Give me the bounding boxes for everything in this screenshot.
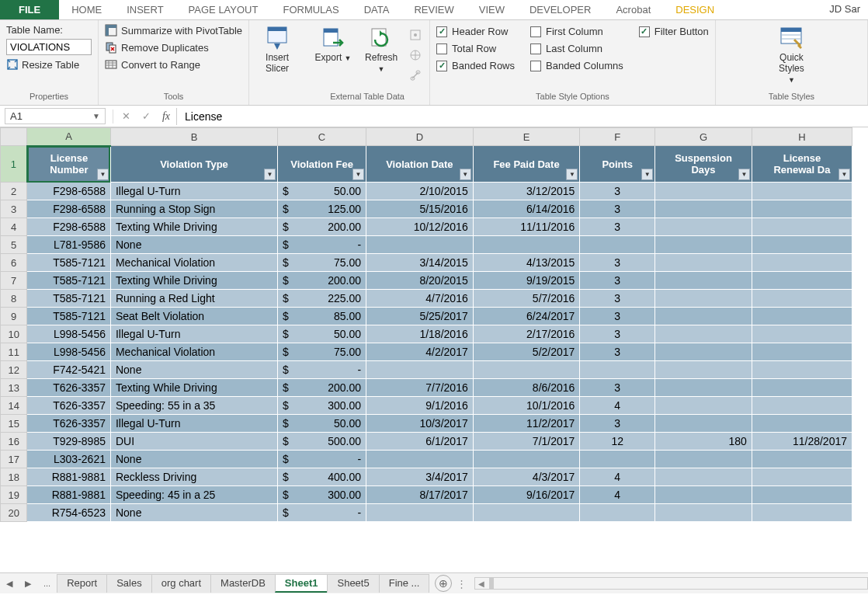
cell[interactable] bbox=[655, 343, 752, 361]
filter-button[interactable]: ▼ bbox=[460, 169, 471, 180]
cell[interactable]: 3 bbox=[580, 343, 655, 361]
cell[interactable] bbox=[580, 451, 655, 468]
open-browser-button[interactable] bbox=[408, 47, 423, 63]
cell[interactable]: Reckless Driving bbox=[110, 468, 277, 486]
cell[interactable]: 3 bbox=[580, 254, 655, 272]
row-header[interactable]: 16 bbox=[1, 433, 27, 451]
row-header[interactable]: 7 bbox=[1, 272, 27, 290]
cell[interactable]: Texting While Driving bbox=[110, 218, 277, 236]
cell[interactable]: 2/17/2016 bbox=[473, 325, 580, 343]
cell[interactable]: 4/13/2015 bbox=[473, 254, 580, 272]
row-header[interactable]: 14 bbox=[1, 397, 27, 415]
cell[interactable]: DUI bbox=[110, 433, 277, 451]
cell[interactable] bbox=[655, 218, 752, 236]
table-header-cell[interactable]: Violation Date▼ bbox=[366, 146, 474, 183]
cell[interactable]: $85.00 bbox=[278, 308, 366, 325]
table-header-cell[interactable]: SuspensionDays▼ bbox=[655, 146, 752, 183]
row-header[interactable]: 10 bbox=[1, 325, 27, 343]
table-header-cell[interactable]: Violation Fee▼ bbox=[278, 146, 366, 183]
cell[interactable] bbox=[473, 504, 580, 522]
cell[interactable]: Texting While Driving bbox=[110, 379, 277, 397]
cell[interactable]: 8/17/2017 bbox=[366, 486, 474, 504]
cell[interactable] bbox=[752, 343, 852, 361]
cell[interactable] bbox=[366, 236, 474, 254]
cell[interactable]: Speeding: 55 in a 35 bbox=[110, 397, 277, 415]
cell[interactable]: Illegal U-Turn bbox=[110, 183, 277, 200]
cell[interactable]: T585-7121 bbox=[27, 254, 111, 272]
cell[interactable]: Seat Belt Violation bbox=[110, 308, 277, 325]
table-header-cell[interactable]: Violation Type▼ bbox=[110, 146, 277, 183]
cell[interactable]: None bbox=[110, 361, 277, 379]
row-header[interactable]: 6 bbox=[1, 254, 27, 272]
cell[interactable] bbox=[655, 379, 752, 397]
cell[interactable]: $225.00 bbox=[278, 290, 366, 308]
sheet-tab[interactable]: Fine ... bbox=[379, 574, 430, 593]
cell[interactable]: Mechanical Violation bbox=[110, 254, 277, 272]
cell[interactable]: L998-5456 bbox=[27, 343, 111, 361]
cell[interactable] bbox=[752, 236, 852, 254]
row-header[interactable]: 17 bbox=[1, 451, 27, 468]
column-header[interactable]: B bbox=[110, 128, 277, 146]
row-header[interactable]: 4 bbox=[1, 218, 27, 236]
cell[interactable] bbox=[655, 200, 752, 218]
cell[interactable]: $200.00 bbox=[278, 272, 366, 290]
select-all-corner[interactable] bbox=[1, 128, 27, 146]
cell[interactable]: $300.00 bbox=[278, 486, 366, 504]
cell[interactable]: 5/25/2017 bbox=[366, 308, 474, 325]
cell[interactable]: $75.00 bbox=[278, 343, 366, 361]
row-header[interactable]: 11 bbox=[1, 343, 27, 361]
cell[interactable] bbox=[752, 486, 852, 504]
summarize-pivot-button[interactable]: Summarize with PivotTable bbox=[105, 24, 242, 37]
cell[interactable] bbox=[655, 308, 752, 325]
cell[interactable] bbox=[366, 504, 474, 522]
tab-formulas[interactable]: FORMULAS bbox=[270, 0, 351, 19]
filter-button[interactable]: ▼ bbox=[97, 169, 109, 180]
sheet-nav-ellipsis[interactable]: ... bbox=[37, 579, 57, 588]
cell[interactable] bbox=[752, 325, 852, 343]
filter-button[interactable]: ▼ bbox=[838, 169, 850, 180]
cell[interactable] bbox=[752, 200, 852, 218]
row-header[interactable]: 12 bbox=[1, 361, 27, 379]
cell[interactable]: 6/24/2017 bbox=[473, 308, 580, 325]
column-header[interactable]: E bbox=[473, 128, 580, 146]
check-filter-button[interactable]: Filter Button bbox=[639, 26, 709, 37]
cell[interactable]: Illegal U-Turn bbox=[110, 415, 277, 433]
cell[interactable] bbox=[473, 361, 580, 379]
check-banded-rows[interactable]: Banded Rows bbox=[436, 60, 515, 71]
insert-slicer-button[interactable]: Insert Slicer bbox=[255, 24, 299, 76]
sheet-tab[interactable]: MasterDB bbox=[210, 574, 276, 593]
cell[interactable]: 4/3/2017 bbox=[473, 468, 580, 486]
row-header[interactable]: 20 bbox=[1, 504, 27, 522]
sheet-nav-prev[interactable]: ◀ bbox=[0, 579, 19, 589]
cell[interactable]: T626-3357 bbox=[27, 397, 111, 415]
cell[interactable]: $- bbox=[278, 504, 366, 522]
cell[interactable] bbox=[655, 415, 752, 433]
cell[interactable]: Illegal U-Turn bbox=[110, 325, 277, 343]
row-header[interactable]: 9 bbox=[1, 308, 27, 325]
cell[interactable]: 3 bbox=[580, 290, 655, 308]
cell[interactable]: $200.00 bbox=[278, 218, 366, 236]
cell[interactable]: R881-9881 bbox=[27, 486, 111, 504]
tab-data[interactable]: DATA bbox=[352, 0, 402, 19]
cell[interactable]: None bbox=[110, 504, 277, 522]
cell[interactable]: 3 bbox=[580, 218, 655, 236]
cell[interactable]: $- bbox=[278, 451, 366, 468]
cell[interactable]: 11/11/2016 bbox=[473, 218, 580, 236]
cell[interactable] bbox=[752, 415, 852, 433]
cell[interactable] bbox=[655, 290, 752, 308]
tab-design[interactable]: DESIGN bbox=[663, 0, 727, 19]
name-box[interactable]: A1 ▼ bbox=[5, 108, 106, 124]
column-header[interactable]: A bbox=[27, 128, 111, 146]
filter-button[interactable]: ▼ bbox=[641, 169, 653, 180]
table-header-cell[interactable]: LicenseRenewal Da▼ bbox=[752, 146, 852, 183]
sheet-tab[interactable]: org chart bbox=[151, 574, 211, 593]
filter-button[interactable]: ▼ bbox=[566, 169, 578, 180]
row-header[interactable]: 19 bbox=[1, 486, 27, 504]
check-first-col[interactable]: First Column bbox=[530, 26, 623, 37]
insert-function-button[interactable]: fx bbox=[156, 108, 176, 125]
cell[interactable] bbox=[655, 325, 752, 343]
cell[interactable]: $75.00 bbox=[278, 254, 366, 272]
column-header[interactable]: H bbox=[752, 128, 852, 146]
cell[interactable] bbox=[752, 451, 852, 468]
cell[interactable] bbox=[655, 361, 752, 379]
